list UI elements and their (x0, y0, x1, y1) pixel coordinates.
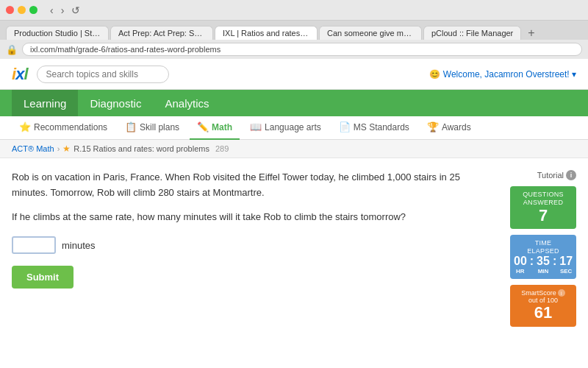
time-hr-label: HR (516, 268, 525, 275)
dropdown-icon[interactable]: ▾ (572, 69, 576, 79)
ixl-app: ixl 😊 Welcome, Jacamron Overstreet! ▾ Le… (0, 59, 588, 368)
tab-4[interactable]: Can someone give me the be... (319, 26, 422, 40)
time-minutes-value: 35 (537, 255, 550, 268)
maximize-dot[interactable] (29, 6, 37, 14)
address-input[interactable] (22, 43, 582, 56)
smartscore-info-icon: i (558, 289, 565, 297)
breadcrumb: ACT® Math › ★ R.15 Ratios and rates: wor… (0, 140, 588, 158)
smiley-icon: 😊 (429, 69, 440, 79)
questions-answered-label: Questions answered (516, 191, 570, 207)
time-elapsed-label: Time elapsed (516, 239, 570, 255)
nav-analytics[interactable]: Analytics (153, 90, 220, 116)
tab-bar: Production Studio | Strimm TV Act Prep: … (0, 21, 588, 40)
forward-button[interactable]: › (59, 4, 67, 16)
subnav-math[interactable]: ✏️ Math (190, 116, 240, 140)
browser-chrome: ‹ › ↺ Production Studio | Strimm TV Act … (0, 0, 588, 59)
sub-nav: ⭐ Recommendations 📋 Skill plans ✏️ Math … (0, 116, 588, 140)
tab-1[interactable]: Production Studio | Strimm TV (6, 26, 109, 40)
questions-answered-value: 7 (516, 207, 570, 224)
problem-paragraph2: If he climbs at the same rate, how many … (12, 210, 498, 225)
problem-number: 289 (215, 144, 229, 153)
minimize-dot[interactable] (18, 6, 26, 14)
smartscore-label: SmartScore i (516, 289, 570, 297)
close-dot[interactable] (6, 6, 14, 14)
breadcrumb-subject[interactable]: ACT® Math (12, 144, 54, 153)
refresh-button[interactable]: ↺ (69, 4, 82, 16)
lock-icon: 🔒 (6, 44, 18, 55)
time-sec-label: SEC (560, 268, 572, 275)
back-button[interactable]: ‹ (48, 4, 56, 16)
ixl-logo: ixl (12, 65, 28, 84)
ixl-header: ixl 😊 Welcome, Jacamron Overstreet! ▾ (0, 59, 588, 90)
time-min-label: MIN (538, 268, 549, 275)
breadcrumb-skill: R.15 Ratios and rates: word problems (74, 144, 209, 153)
right-panel: Tutorial i Questions answered 7 Time ela… (510, 170, 576, 368)
smartscore-box: SmartScore i out of 100 61 (510, 285, 576, 326)
ms-standards-icon: 📄 (339, 121, 351, 132)
address-bar: 🔒 (0, 40, 588, 59)
tab-2[interactable]: Act Prep: Act Prep: Sec: 1, Pa... (110, 26, 213, 40)
window-controls: ‹ › ↺ (0, 0, 588, 21)
breadcrumb-arrow: › (57, 144, 60, 153)
answer-row: minutes (12, 236, 498, 254)
content-area: Rob is on vacation in Paris, France. Whe… (0, 158, 588, 368)
questions-answered-box: Questions answered 7 (510, 186, 576, 229)
tutorial-label: Tutorial (537, 171, 564, 180)
time-display: 00 HR : 35 MIN : 17 SEC (516, 255, 570, 275)
submit-button[interactable]: Submit (12, 266, 74, 289)
problem-area: Rob is on vacation in Paris, France. Whe… (12, 170, 498, 368)
skill-plans-icon: 📋 (125, 121, 137, 132)
search-input[interactable] (37, 66, 169, 83)
subnav-ms-standards[interactable]: 📄 MS Standards (331, 116, 417, 140)
time-elapsed-box: Time elapsed 00 HR : 35 MIN : 17 SEC (510, 235, 576, 280)
time-seconds-value: 17 (559, 255, 573, 268)
tab-3[interactable]: IXL | Ratios and rates: word pr... (215, 26, 318, 40)
recommendations-icon: ⭐ (19, 121, 31, 132)
subnav-skill-plans[interactable]: 📋 Skill plans (118, 116, 187, 140)
subnav-recommendations[interactable]: ⭐ Recommendations (12, 116, 115, 140)
skill-star-icon: ★ (62, 144, 71, 154)
language-arts-icon: 📖 (250, 121, 262, 132)
tutorial-info-icon: i (566, 170, 576, 180)
tab-5[interactable]: pCloud :: File Manager (423, 26, 521, 40)
time-hours-value: 00 (514, 255, 527, 268)
nav-diagnostic[interactable]: Diagnostic (78, 90, 153, 116)
math-icon: ✏️ (197, 121, 209, 132)
nav-learning[interactable]: Learning (12, 90, 78, 116)
new-tab-button[interactable]: + (526, 26, 537, 40)
subnav-language-arts[interactable]: 📖 Language arts (243, 116, 329, 140)
smartscore-value: 61 (516, 304, 570, 322)
problem-paragraph1: Rob is on vacation in Paris, France. Whe… (12, 170, 498, 201)
welcome-text: 😊 Welcome, Jacamron Overstreet! ▾ (429, 69, 576, 79)
awards-icon: 🏆 (427, 121, 439, 132)
tutorial-link[interactable]: Tutorial i (510, 170, 576, 180)
main-nav: Learning Diagnostic Analytics (0, 90, 588, 116)
answer-input[interactable] (12, 236, 56, 254)
subnav-awards[interactable]: 🏆 Awards (420, 116, 478, 140)
answer-unit-label: minutes (62, 240, 96, 251)
